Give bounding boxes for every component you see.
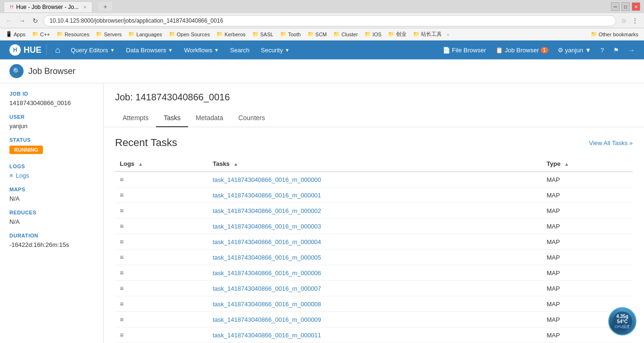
browser-tab[interactable]: H Hue - Job Browser - Jo... × (4, 1, 92, 12)
bm-chuangye[interactable]: 📁 创业 (385, 30, 409, 39)
task-link[interactable]: task_1418743040866_0016_m_000001 (213, 192, 321, 199)
tab-counters-label: Counters (238, 114, 265, 122)
bm-chuangye-icon: 📁 (388, 31, 395, 37)
forward-button[interactable]: → (17, 16, 27, 26)
task-link[interactable]: task_1418743040866_0016_m_000009 (213, 316, 321, 323)
log-icon-button[interactable]: ≡ (120, 191, 124, 199)
log-icon-button[interactable]: ≡ (120, 331, 124, 339)
task-link[interactable]: task_1418743040866_0016_m_000011 (213, 332, 321, 339)
task-link[interactable]: task_1418743040866_0016_m_000007 (213, 285, 321, 292)
task-link[interactable]: task_1418743040866_0016_m_000004 (213, 238, 321, 245)
tabs-bar: Attempts Tasks Metadata Counters (115, 109, 633, 127)
bm-opensources[interactable]: 📁 Open Sources (166, 30, 213, 38)
tab-metadata-label: Metadata (196, 114, 223, 122)
close-button[interactable]: ✕ (632, 2, 640, 11)
reload-button[interactable]: ↻ (30, 16, 41, 26)
query-editors-menu[interactable]: Query Editors ▼ (65, 41, 120, 59)
tab-close-button[interactable]: × (83, 4, 86, 10)
flag-btn[interactable]: ⚑ (609, 41, 624, 59)
view-all-tasks-link[interactable]: View All Tasks » (589, 139, 633, 147)
logs-label: LOGS (9, 163, 94, 169)
task-link[interactable]: task_1418743040866_0016_m_000000 (213, 176, 321, 183)
url-bar[interactable]: 10.10.4.125:8000/jobbrowser/jobs/applica… (43, 15, 616, 26)
search-menu[interactable]: Search (224, 41, 255, 59)
task-id-cell: task_1418743040866_0016_m_000008 (208, 296, 542, 312)
user-arrow: ▼ (585, 47, 591, 54)
bm-scm[interactable]: 📁 SCM (305, 30, 330, 38)
bm-other-label: Other bookmarks (599, 32, 638, 37)
bm-cpp-icon: 📁 (32, 31, 39, 37)
log-icon-button[interactable]: ≡ (120, 176, 124, 183)
bm-languages[interactable]: 📁 Languages (125, 30, 165, 38)
log-icon-button[interactable]: ≡ (120, 238, 124, 245)
col-tasks[interactable]: Tasks ▲ (208, 156, 542, 172)
bm-stationtools[interactable]: 📁 站长工具 (410, 30, 445, 39)
bm-tooth-icon: 📁 (280, 31, 287, 37)
forward-arrow-btn[interactable]: → (624, 41, 639, 59)
logs-link[interactable]: ≡ Logs (9, 172, 94, 179)
log-icon-button[interactable]: ≡ (120, 222, 124, 230)
data-browsers-menu[interactable]: Data Browsers ▼ (120, 41, 178, 59)
bm-resources[interactable]: 📁 Resources (54, 30, 92, 38)
task-log-cell: ≡ (115, 188, 208, 203)
bm-apps-label: Apps (14, 32, 25, 37)
task-log-cell: ≡ (115, 172, 208, 188)
new-tab-button[interactable]: + (98, 2, 112, 11)
bm-cluster-icon: 📁 (333, 31, 340, 37)
tab-tasks[interactable]: Tasks (156, 109, 188, 127)
file-browser-btn[interactable]: 📄 File Browser (438, 41, 491, 59)
tab-counters[interactable]: Counters (231, 109, 272, 127)
query-editors-arrow: ▼ (110, 48, 115, 53)
task-link[interactable]: task_1418743040866_0016_m_000003 (213, 223, 321, 230)
reduces-value: N/A (9, 218, 94, 225)
job-detail-title: Job: 1418743040866_0016 (115, 92, 633, 103)
task-link[interactable]: task_1418743040866_0016_m_000006 (213, 270, 321, 277)
log-icon-button[interactable]: ≡ (120, 285, 124, 292)
task-link[interactable]: task_1418743040866_0016_m_000005 (213, 254, 321, 261)
task-link[interactable]: task_1418743040866_0016_m_000002 (213, 207, 321, 214)
tab-attempts[interactable]: Attempts (115, 109, 156, 127)
duration-label: DURATION (9, 233, 94, 238)
bm-apps[interactable]: 📱 Apps (3, 30, 28, 38)
maximize-button[interactable]: □ (621, 2, 630, 11)
log-icon-button[interactable]: ≡ (120, 207, 124, 214)
task-link[interactable]: task_1418743040866_0016_m_000008 (213, 301, 321, 308)
help-btn[interactable]: ? (596, 41, 609, 59)
back-button[interactable]: ← (4, 16, 14, 26)
workflows-arrow: ▼ (214, 48, 219, 53)
menu-button[interactable]: ⋮ (630, 16, 640, 26)
tab-metadata[interactable]: Metadata (188, 109, 231, 127)
user-label: yanjun (565, 47, 583, 54)
browser-titlebar: H Hue - Job Browser - Jo... × + ─ □ ✕ (0, 0, 644, 13)
bm-cluster[interactable]: 📁 Cluster (330, 30, 361, 38)
security-arrow: ▼ (285, 48, 289, 53)
bm-sasl[interactable]: 📁 SASL (249, 30, 276, 38)
workflows-menu[interactable]: Workflows ▼ (178, 41, 224, 59)
bookmark-star[interactable]: ☆ (621, 17, 627, 24)
bm-other-icon: 📁 (591, 31, 597, 37)
hue-logo[interactable]: H HUE (5, 44, 47, 56)
col-logs[interactable]: Logs ▲ (115, 156, 208, 172)
log-icon-button[interactable]: ≡ (120, 253, 124, 261)
job-browser-btn[interactable]: 📋 Job Browser 1 (491, 41, 553, 59)
bm-tooth[interactable]: 📁 Tooth (277, 30, 304, 38)
job-browser-icon: 📋 (495, 47, 503, 54)
task-id-cell: task_1418743040866_0016_m_000009 (208, 312, 542, 327)
search-label: Search (230, 47, 249, 54)
log-icon-button[interactable]: ≡ (120, 316, 124, 323)
log-icon-button[interactable]: ≡ (120, 300, 124, 308)
bm-ios[interactable]: 📁 IOS (362, 30, 384, 38)
user-menu-btn[interactable]: ⚙ yanjun ▼ (553, 41, 596, 59)
hue-logo-icon: H (9, 44, 21, 56)
bm-ios-icon: 📁 (364, 31, 371, 37)
bm-cpp[interactable]: 📁 C++ (29, 30, 53, 38)
log-icon-button[interactable]: ≡ (120, 269, 124, 277)
minimize-button[interactable]: ─ (611, 2, 619, 11)
bm-servers[interactable]: 📁 Servers (93, 30, 124, 38)
home-button[interactable]: ⌂ (50, 45, 65, 55)
bm-kerberos[interactable]: 📁 Kerberos (214, 30, 248, 38)
status-badge: RUNNING (9, 146, 43, 154)
bm-other-bookmarks[interactable]: 📁 Other bookmarks (588, 30, 641, 38)
security-menu[interactable]: Security ▼ (255, 41, 295, 59)
col-type[interactable]: Type ▲ (542, 156, 633, 172)
